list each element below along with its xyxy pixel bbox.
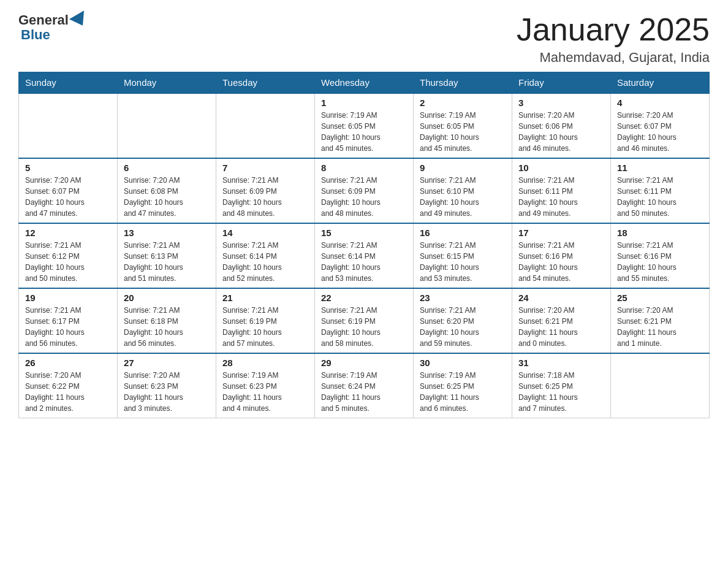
calendar-header-row: SundayMondayTuesdayWednesdayThursdayFrid… <box>19 72 710 94</box>
day-info: Sunrise: 7:20 AM Sunset: 6:23 PM Dayligh… <box>124 370 210 414</box>
calendar-cell: 28Sunrise: 7:19 AM Sunset: 6:23 PM Dayli… <box>216 353 315 418</box>
day-info: Sunrise: 7:21 AM Sunset: 6:17 PM Dayligh… <box>25 305 111 349</box>
day-info: Sunrise: 7:19 AM Sunset: 6:05 PM Dayligh… <box>420 110 506 154</box>
calendar-week-row: 5Sunrise: 7:20 AM Sunset: 6:07 PM Daylig… <box>19 158 710 223</box>
calendar-cell: 14Sunrise: 7:21 AM Sunset: 6:14 PM Dayli… <box>216 223 315 288</box>
weekday-header-monday: Monday <box>118 72 216 94</box>
title-block: January 2025 Mahemdavad, Gujarat, India <box>517 12 710 66</box>
day-info: Sunrise: 7:21 AM Sunset: 6:11 PM Dayligh… <box>617 175 703 219</box>
day-info: Sunrise: 7:20 AM Sunset: 6:21 PM Dayligh… <box>518 305 604 349</box>
day-number: 2 <box>420 98 506 108</box>
weekday-header-tuesday: Tuesday <box>216 72 315 94</box>
calendar-table: SundayMondayTuesdayWednesdayThursdayFrid… <box>18 72 710 418</box>
day-number: 29 <box>321 358 407 368</box>
calendar-cell: 10Sunrise: 7:21 AM Sunset: 6:11 PM Dayli… <box>512 158 611 223</box>
calendar-cell: 23Sunrise: 7:21 AM Sunset: 6:20 PM Dayli… <box>414 288 512 353</box>
day-number: 14 <box>222 228 308 238</box>
day-info: Sunrise: 7:20 AM Sunset: 6:06 PM Dayligh… <box>518 110 604 154</box>
calendar-cell <box>611 353 710 418</box>
day-info: Sunrise: 7:20 AM Sunset: 6:07 PM Dayligh… <box>617 110 703 154</box>
day-info: Sunrise: 7:21 AM Sunset: 6:19 PM Dayligh… <box>321 305 407 349</box>
day-info: Sunrise: 7:21 AM Sunset: 6:14 PM Dayligh… <box>321 240 407 284</box>
calendar-cell: 30Sunrise: 7:19 AM Sunset: 6:25 PM Dayli… <box>414 353 512 418</box>
weekday-header-friday: Friday <box>512 72 611 94</box>
logo: General Blue <box>18 12 88 43</box>
logo-blue-text: Blue <box>21 27 50 43</box>
day-info: Sunrise: 7:21 AM Sunset: 6:09 PM Dayligh… <box>321 175 407 219</box>
day-info: Sunrise: 7:19 AM Sunset: 6:25 PM Dayligh… <box>420 370 506 414</box>
weekday-header-sunday: Sunday <box>19 72 118 94</box>
calendar-week-row: 1Sunrise: 7:19 AM Sunset: 6:05 PM Daylig… <box>19 93 710 158</box>
calendar-cell: 31Sunrise: 7:18 AM Sunset: 6:25 PM Dayli… <box>512 353 611 418</box>
calendar-cell: 7Sunrise: 7:21 AM Sunset: 6:09 PM Daylig… <box>216 158 315 223</box>
day-info: Sunrise: 7:19 AM Sunset: 6:05 PM Dayligh… <box>321 110 407 154</box>
day-number: 9 <box>420 163 506 173</box>
day-info: Sunrise: 7:20 AM Sunset: 6:08 PM Dayligh… <box>124 175 210 219</box>
calendar-cell: 11Sunrise: 7:21 AM Sunset: 6:11 PM Dayli… <box>611 158 710 223</box>
day-info: Sunrise: 7:20 AM Sunset: 6:21 PM Dayligh… <box>617 305 703 349</box>
calendar-week-row: 12Sunrise: 7:21 AM Sunset: 6:12 PM Dayli… <box>19 223 710 288</box>
day-info: Sunrise: 7:21 AM Sunset: 6:18 PM Dayligh… <box>124 305 210 349</box>
day-number: 16 <box>420 228 506 238</box>
calendar-cell: 5Sunrise: 7:20 AM Sunset: 6:07 PM Daylig… <box>19 158 118 223</box>
day-number: 28 <box>222 358 308 368</box>
calendar-week-row: 26Sunrise: 7:20 AM Sunset: 6:22 PM Dayli… <box>19 353 710 418</box>
weekday-header-saturday: Saturday <box>611 72 710 94</box>
day-number: 5 <box>25 163 111 173</box>
day-info: Sunrise: 7:19 AM Sunset: 6:24 PM Dayligh… <box>321 370 407 414</box>
calendar-cell: 27Sunrise: 7:20 AM Sunset: 6:23 PM Dayli… <box>118 353 216 418</box>
day-number: 11 <box>617 163 703 173</box>
day-info: Sunrise: 7:19 AM Sunset: 6:23 PM Dayligh… <box>222 370 308 414</box>
day-number: 12 <box>25 228 111 238</box>
calendar-cell: 25Sunrise: 7:20 AM Sunset: 6:21 PM Dayli… <box>611 288 710 353</box>
calendar-cell: 12Sunrise: 7:21 AM Sunset: 6:12 PM Dayli… <box>19 223 118 288</box>
day-number: 4 <box>617 98 703 108</box>
weekday-header-thursday: Thursday <box>414 72 512 94</box>
day-number: 17 <box>518 228 604 238</box>
day-number: 18 <box>617 228 703 238</box>
day-info: Sunrise: 7:21 AM Sunset: 6:14 PM Dayligh… <box>222 240 308 284</box>
day-number: 19 <box>25 293 111 303</box>
day-number: 24 <box>518 293 604 303</box>
day-number: 30 <box>420 358 506 368</box>
day-number: 13 <box>124 228 210 238</box>
day-info: Sunrise: 7:21 AM Sunset: 6:19 PM Dayligh… <box>222 305 308 349</box>
calendar-cell <box>118 93 216 158</box>
calendar-cell: 18Sunrise: 7:21 AM Sunset: 6:16 PM Dayli… <box>611 223 710 288</box>
calendar-cell <box>216 93 315 158</box>
day-info: Sunrise: 7:21 AM Sunset: 6:15 PM Dayligh… <box>420 240 506 284</box>
day-number: 20 <box>124 293 210 303</box>
day-number: 22 <box>321 293 407 303</box>
calendar-cell: 9Sunrise: 7:21 AM Sunset: 6:10 PM Daylig… <box>414 158 512 223</box>
day-number: 3 <box>518 98 604 108</box>
calendar-cell: 29Sunrise: 7:19 AM Sunset: 6:24 PM Dayli… <box>315 353 414 418</box>
logo-general-text: General <box>18 12 69 28</box>
day-info: Sunrise: 7:21 AM Sunset: 6:12 PM Dayligh… <box>25 240 111 284</box>
month-title: January 2025 <box>517 12 710 47</box>
calendar-cell: 22Sunrise: 7:21 AM Sunset: 6:19 PM Dayli… <box>315 288 414 353</box>
day-number: 27 <box>124 358 210 368</box>
day-number: 10 <box>518 163 604 173</box>
calendar-cell: 17Sunrise: 7:21 AM Sunset: 6:16 PM Dayli… <box>512 223 611 288</box>
logo-triangle-icon <box>69 10 90 29</box>
calendar-cell: 16Sunrise: 7:21 AM Sunset: 6:15 PM Dayli… <box>414 223 512 288</box>
day-info: Sunrise: 7:20 AM Sunset: 6:07 PM Dayligh… <box>25 175 111 219</box>
calendar-cell: 21Sunrise: 7:21 AM Sunset: 6:19 PM Dayli… <box>216 288 315 353</box>
calendar-cell: 19Sunrise: 7:21 AM Sunset: 6:17 PM Dayli… <box>19 288 118 353</box>
calendar-cell: 15Sunrise: 7:21 AM Sunset: 6:14 PM Dayli… <box>315 223 414 288</box>
day-number: 21 <box>222 293 308 303</box>
day-info: Sunrise: 7:21 AM Sunset: 6:20 PM Dayligh… <box>420 305 506 349</box>
day-info: Sunrise: 7:21 AM Sunset: 6:13 PM Dayligh… <box>124 240 210 284</box>
calendar-cell: 20Sunrise: 7:21 AM Sunset: 6:18 PM Dayli… <box>118 288 216 353</box>
calendar-cell: 3Sunrise: 7:20 AM Sunset: 6:06 PM Daylig… <box>512 93 611 158</box>
calendar-cell: 6Sunrise: 7:20 AM Sunset: 6:08 PM Daylig… <box>118 158 216 223</box>
weekday-header-wednesday: Wednesday <box>315 72 414 94</box>
calendar-cell: 1Sunrise: 7:19 AM Sunset: 6:05 PM Daylig… <box>315 93 414 158</box>
calendar-cell: 26Sunrise: 7:20 AM Sunset: 6:22 PM Dayli… <box>19 353 118 418</box>
day-info: Sunrise: 7:21 AM Sunset: 6:10 PM Dayligh… <box>420 175 506 219</box>
day-info: Sunrise: 7:20 AM Sunset: 6:22 PM Dayligh… <box>25 370 111 414</box>
day-info: Sunrise: 7:21 AM Sunset: 6:16 PM Dayligh… <box>518 240 604 284</box>
calendar-cell: 4Sunrise: 7:20 AM Sunset: 6:07 PM Daylig… <box>611 93 710 158</box>
day-number: 6 <box>124 163 210 173</box>
calendar-cell: 24Sunrise: 7:20 AM Sunset: 6:21 PM Dayli… <box>512 288 611 353</box>
